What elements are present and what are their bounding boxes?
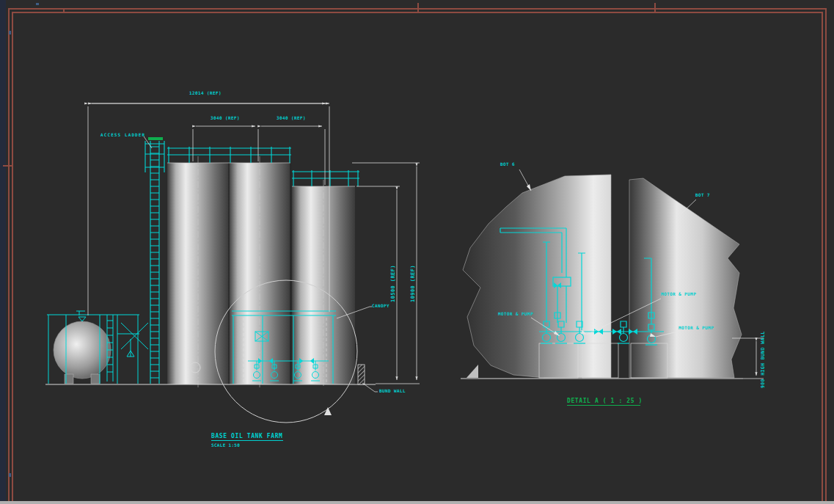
bot7-label: BOT 7 bbox=[695, 193, 710, 197]
dim-tank-spacing-2-label: 3040 (REF) bbox=[269, 116, 313, 120]
dim-tank-height-2-label: 10900 (REF) bbox=[411, 258, 416, 310]
access-ladder-label: ACCESS LADDER bbox=[100, 133, 145, 137]
canopy-label: CANOPY bbox=[372, 304, 389, 308]
tank-farm-view-title: BASE OIL TANK FARM bbox=[211, 434, 283, 441]
ladder-cap bbox=[148, 137, 163, 140]
handrail-tank-3 bbox=[292, 170, 359, 186]
bund-wall-height-label: 900 HIGH BUND WALL bbox=[761, 329, 766, 390]
dim-overall-width-label: 12014 (REF) bbox=[176, 91, 235, 95]
detail-tank-bot6 bbox=[463, 175, 611, 378]
dim-tank-height-1-label: 10500 (REF) bbox=[391, 258, 396, 310]
bund-wall-label: BUND WALL bbox=[379, 389, 406, 393]
motor-pump-label-3: MOTOR & PUMP bbox=[678, 326, 714, 330]
detail-a-title: DETAIL A ( 1 : 25 ) bbox=[567, 398, 640, 406]
bottom-edge-bar bbox=[0, 501, 834, 504]
cad-canvas[interactable] bbox=[0, 0, 834, 504]
grip-ticks bbox=[9, 3, 39, 477]
access-ladder bbox=[145, 141, 164, 384]
bund-wall-section bbox=[358, 365, 365, 384]
motor-pump-label-1: MOTOR & PUMP bbox=[498, 312, 533, 316]
bot6-label: BOT 6 bbox=[500, 162, 515, 167]
detail-tank-bot7 bbox=[629, 178, 742, 378]
tank-farm-scale-note: SCALE 1:50 bbox=[211, 443, 240, 448]
dim-tank-spacing-1-label: 3040 (REF) bbox=[203, 116, 247, 120]
detail-bund-wall bbox=[467, 365, 478, 378]
drawing-sheet: ACCESS LADDER 12014 (REF) 3040 (REF) 304… bbox=[0, 0, 834, 504]
handrail-tanks-1-2 bbox=[167, 147, 291, 163]
motor-pump-label-2: MOTOR & PUMP bbox=[661, 292, 696, 296]
tank-farm-drawing bbox=[45, 103, 420, 423]
detail-a-drawing bbox=[461, 169, 764, 379]
small-tank bbox=[54, 321, 111, 379]
